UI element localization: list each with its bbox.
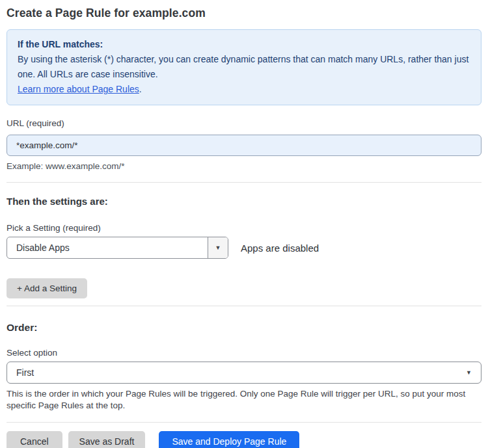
- setting-dropdown-arrow-button[interactable]: ▼: [208, 237, 228, 258]
- divider: [7, 422, 481, 423]
- url-match-info-box: If the URL matches: By using the asteris…: [7, 29, 481, 105]
- setting-dropdown-value: Disable Apps: [7, 237, 208, 258]
- order-helper-text: This is the order in which your Page Rul…: [7, 388, 478, 412]
- order-select-value: First: [16, 367, 34, 378]
- link-suffix: .: [139, 84, 142, 94]
- save-as-draft-button[interactable]: Save as Draft: [68, 431, 146, 448]
- info-box-body-text: By using the asterisk (*) character, you…: [18, 54, 468, 79]
- add-setting-button[interactable]: + Add a Setting: [7, 278, 87, 298]
- cancel-button[interactable]: Cancel: [7, 431, 62, 448]
- order-select[interactable]: First ▼: [7, 362, 481, 384]
- save-and-deploy-button[interactable]: Save and Deploy Page Rule: [159, 431, 299, 448]
- settings-section-heading: Then the settings are:: [7, 196, 481, 207]
- divider: [7, 306, 481, 306]
- setting-row: Disable Apps ▼ Apps are disabled: [7, 237, 481, 259]
- info-box-heading: If the URL matches:: [18, 37, 470, 52]
- setting-dropdown[interactable]: Disable Apps ▼: [7, 237, 228, 259]
- info-box-link-line: Learn more about Page Rules.: [18, 82, 470, 97]
- url-helper-text: Example: www.example.com/*: [7, 161, 481, 172]
- learn-more-link[interactable]: Learn more about Page Rules: [18, 84, 139, 94]
- page-title: Create a Page Rule for example.com: [7, 5, 481, 21]
- footer-actions: Cancel Save as Draft Save and Deploy Pag…: [7, 431, 481, 448]
- setting-status-text: Apps are disabled: [241, 243, 319, 254]
- caret-down-icon: ▼: [215, 245, 221, 251]
- url-input[interactable]: [7, 135, 481, 156]
- caret-down-icon: ▼: [466, 370, 472, 376]
- select-option-label: Select option: [7, 348, 481, 358]
- url-label: URL (required): [7, 118, 481, 129]
- divider: [7, 182, 481, 183]
- pick-setting-label: Pick a Setting (required): [7, 223, 481, 233]
- info-box-body: By using the asterisk (*) character, you…: [18, 52, 470, 82]
- order-section-heading: Order:: [7, 322, 481, 334]
